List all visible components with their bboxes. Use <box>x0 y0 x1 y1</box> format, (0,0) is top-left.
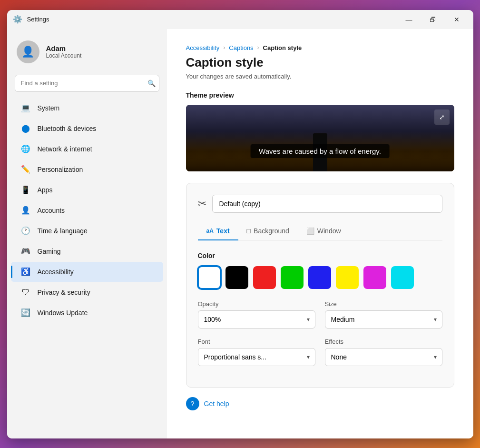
tabs-row: aA Text □ Background ⬜ Window <box>198 222 442 240</box>
question-icon: ? <box>191 400 195 408</box>
get-help-row: ? Get help <box>186 397 454 410</box>
breadcrumb-accessibility[interactable]: Accessibility <box>186 44 220 51</box>
size-select-wrapper: Small Medium Large Extra large ▾ <box>325 310 442 329</box>
color-swatch-red[interactable] <box>253 266 276 289</box>
title-bar-controls: — 🗗 ✕ <box>398 12 468 27</box>
avatar: 👤 <box>17 40 39 63</box>
accessibility-icon: ♿ <box>20 267 31 277</box>
sidebar-item-gaming[interactable]: 🎮 Gaming <box>11 241 163 261</box>
sidebar-item-system[interactable]: 💻 System <box>11 98 163 118</box>
sidebar-label-gaming: Gaming <box>38 248 61 255</box>
search-input[interactable] <box>15 75 159 92</box>
sidebar-label-time: Time & language <box>38 227 88 235</box>
sidebar-item-personalization[interactable]: ✏️ Personalization <box>11 159 163 179</box>
sidebar-label-personalization: Personalization <box>38 166 83 173</box>
size-select[interactable]: Small Medium Large Extra large <box>325 310 442 329</box>
privacy-icon: 🛡 <box>20 287 31 298</box>
effects-select[interactable]: None Raised Depressed Uniform Drop shado… <box>325 348 442 366</box>
tab-text-icon: aA <box>206 228 214 234</box>
page-subtitle: Your changes are saved automatically. <box>186 73 454 80</box>
gaming-icon: 🎮 <box>20 246 31 257</box>
breadcrumb-sep-2: › <box>257 44 259 51</box>
get-help-link[interactable]: Get help <box>204 400 229 408</box>
opacity-select[interactable]: 100% 75% 50% 25% 0% <box>198 310 315 329</box>
theme-preview-label: Theme preview <box>186 91 454 99</box>
opacity-field: Opacity 100% 75% 50% 25% 0% ▾ <box>198 300 315 329</box>
breadcrumb-captions[interactable]: Captions <box>229 44 253 51</box>
title-bar-left: ⚙️ Settings <box>13 15 49 24</box>
update-icon: 🔄 <box>20 308 31 318</box>
sidebar-nav: 💻 System ⬤ Bluetooth & devices 🌐 Network… <box>7 98 167 323</box>
opacity-size-row: Opacity 100% 75% 50% 25% 0% ▾ <box>198 300 442 329</box>
sidebar-item-network[interactable]: 🌐 Network & internet <box>11 139 163 159</box>
window-title: Settings <box>27 16 49 23</box>
expand-button[interactable]: ⤢ <box>434 110 450 125</box>
opacity-select-wrapper: 100% 75% 50% 25% 0% ▾ <box>198 310 315 329</box>
effects-label: Effects <box>325 338 442 345</box>
opacity-label: Opacity <box>198 300 315 308</box>
sidebar-label-apps: Apps <box>38 186 53 194</box>
main-content: Accessibility › Captions › Caption style… <box>167 29 473 438</box>
caption-name-input[interactable] <box>212 195 442 213</box>
apps-icon: 📱 <box>20 185 31 195</box>
color-swatch-blue[interactable] <box>308 266 331 289</box>
font-field: Font Proportional sans s... Monospace sa… <box>198 338 315 366</box>
search-icon-button[interactable]: 🔍 <box>147 80 156 87</box>
sidebar-label-accounts: Accounts <box>38 207 65 214</box>
sidebar-label-bluetooth: Bluetooth & devices <box>38 125 97 132</box>
avatar-icon: 👤 <box>21 46 34 58</box>
search-box: 🔍 <box>15 75 159 92</box>
content-area: 👤 Adam Local Account 🔍 💻 System <box>7 29 473 438</box>
color-swatch-black[interactable] <box>225 266 248 289</box>
sidebar: 👤 Adam Local Account 🔍 💻 System <box>7 29 167 438</box>
user-section: 👤 Adam Local Account <box>7 29 167 73</box>
personalization-icon: ✏️ <box>20 164 31 175</box>
preview-container: Waves are caused by a flow of energy. ⤢ <box>186 105 454 171</box>
tab-window-icon: ⬜ <box>306 227 314 235</box>
settings-window: ⚙️ Settings — 🗗 ✕ 👤 Adam Local Account <box>7 10 473 438</box>
sidebar-item-update[interactable]: 🔄 Windows Update <box>11 303 163 323</box>
search-icon: 🔍 <box>147 80 156 87</box>
sidebar-label-update: Windows Update <box>38 309 88 317</box>
accounts-icon: 👤 <box>20 205 31 216</box>
color-swatch-magenta[interactable] <box>363 266 386 289</box>
font-select-wrapper: Proportional sans s... Monospace sans se… <box>198 348 315 366</box>
color-swatch-cyan[interactable] <box>391 266 414 289</box>
color-swatch-white[interactable] <box>198 266 221 289</box>
maximize-button[interactable]: 🗗 <box>422 12 444 27</box>
sidebar-item-apps[interactable]: 📱 Apps <box>11 180 163 200</box>
preview-caption: Waves are caused by a flow of energy. <box>250 144 390 158</box>
caption-style-card: ✂ aA Text □ Background ⬜ Window <box>186 183 454 388</box>
font-select[interactable]: Proportional sans s... Monospace sans se… <box>198 348 315 366</box>
breadcrumb: Accessibility › Captions › Caption style <box>186 44 454 51</box>
system-icon: 💻 <box>20 103 31 113</box>
close-button[interactable]: ✕ <box>446 12 468 27</box>
bluetooth-icon: ⬤ <box>20 123 31 134</box>
tab-background-label: Background <box>254 227 289 235</box>
color-swatch-green[interactable] <box>281 266 304 289</box>
sidebar-item-privacy[interactable]: 🛡 Privacy & security <box>11 282 163 302</box>
user-name: Adam <box>46 44 82 52</box>
user-type: Local Account <box>46 52 82 59</box>
sidebar-item-time[interactable]: 🕐 Time & language <box>11 221 163 241</box>
sidebar-label-accessibility: Accessibility <box>38 268 74 276</box>
font-label: Font <box>198 338 315 345</box>
tab-window-label: Window <box>317 227 341 235</box>
network-icon: 🌐 <box>20 144 31 154</box>
tab-background[interactable]: □ Background <box>238 222 298 240</box>
color-swatch-yellow[interactable] <box>336 266 359 289</box>
tab-window[interactable]: ⬜ Window <box>298 222 350 240</box>
tab-background-icon: □ <box>247 227 251 235</box>
sidebar-item-accessibility[interactable]: ♿ Accessibility <box>11 262 163 282</box>
effects-field: Effects None Raised Depressed Uniform Dr… <box>325 338 442 366</box>
sidebar-item-accounts[interactable]: 👤 Accounts <box>11 200 163 220</box>
scissors-icon: ✂ <box>198 198 206 210</box>
size-field: Size Small Medium Large Extra large ▾ <box>325 300 442 329</box>
settings-icon: ⚙️ <box>13 15 22 24</box>
get-help-icon: ? <box>186 397 199 410</box>
minimize-button[interactable]: — <box>398 12 420 27</box>
time-icon: 🕐 <box>20 226 31 236</box>
tab-text[interactable]: aA Text <box>198 222 238 240</box>
sidebar-item-bluetooth[interactable]: ⬤ Bluetooth & devices <box>11 119 163 139</box>
effects-select-wrapper: None Raised Depressed Uniform Drop shado… <box>325 348 442 366</box>
